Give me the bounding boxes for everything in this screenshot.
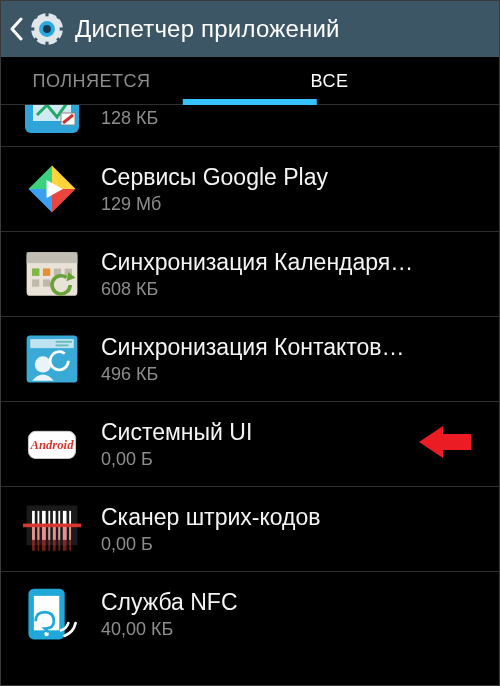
app-text: Сервисы Google Play 129 Мб xyxy=(101,163,485,215)
app-list[interactable]: 128 КБ Сервисы Google Play 129 Мб xyxy=(1,105,499,685)
play-services-icon xyxy=(23,160,81,218)
svg-rect-3 xyxy=(28,27,34,30)
svg-rect-57 xyxy=(69,527,71,551)
tabs: ПОЛНЯЕТСЯ ВСЕ xyxy=(1,57,499,105)
svg-rect-32 xyxy=(30,339,74,348)
app-icon xyxy=(21,243,83,305)
app-text: Служба NFC 40,00 КБ xyxy=(101,588,485,640)
app-size: 496 КБ xyxy=(101,363,485,385)
app-size: 608 КБ xyxy=(101,278,485,300)
app-text: Синхронизация Контактов… 496 КБ xyxy=(101,333,485,385)
svg-rect-56 xyxy=(63,527,67,551)
page-title: Диспетчер приложений xyxy=(75,15,340,43)
list-item[interactable]: Сканер штрих-кодов 0,00 Б xyxy=(1,487,499,572)
app-icon xyxy=(21,583,83,645)
app-size: 0,00 Б xyxy=(101,533,485,555)
svg-rect-27 xyxy=(43,279,50,286)
svg-rect-1 xyxy=(45,10,48,16)
svg-point-35 xyxy=(35,356,51,372)
svg-rect-51 xyxy=(38,527,40,551)
list-item[interactable]: Сервисы Google Play 129 Мб xyxy=(1,147,499,232)
svg-rect-4 xyxy=(60,27,66,30)
contacts-sync-icon xyxy=(23,330,81,388)
arrow-left-icon xyxy=(419,422,471,462)
list-item[interactable]: 128 КБ xyxy=(1,105,499,147)
svg-rect-28 xyxy=(32,269,39,276)
app-icon: Android xyxy=(21,413,83,475)
svg-rect-50 xyxy=(32,527,35,551)
app-manager-screen: Диспетчер приложений ПОЛНЯЕТСЯ ВСЕ xyxy=(0,0,500,686)
app-icon xyxy=(21,328,83,390)
android-icon: Android xyxy=(23,415,81,473)
app-text: Сканер штрих-кодов 0,00 Б xyxy=(101,503,485,555)
calendar-sync-icon xyxy=(23,245,81,303)
svg-rect-2 xyxy=(45,42,48,48)
svg-rect-26 xyxy=(32,279,39,286)
svg-rect-53 xyxy=(48,527,50,551)
back-button[interactable] xyxy=(7,1,25,57)
svg-point-11 xyxy=(43,25,51,33)
tab-all-label: ВСЕ xyxy=(311,71,349,92)
app-name: Сканер штрих-кодов xyxy=(101,503,485,531)
widget-icon xyxy=(25,105,79,133)
barcode-icon xyxy=(23,500,81,558)
chevron-left-icon xyxy=(9,17,23,41)
app-size: 128 КБ xyxy=(101,107,158,129)
svg-rect-48 xyxy=(23,524,81,528)
svg-rect-29 xyxy=(43,269,50,276)
app-icon xyxy=(21,105,83,131)
tab-all[interactable]: ВСЕ xyxy=(250,57,499,105)
annotation-arrow xyxy=(419,422,471,466)
list-item[interactable]: Синхронизация Календаря… 608 КБ xyxy=(1,232,499,317)
tab-running-label: ПОЛНЯЕТСЯ xyxy=(32,71,150,92)
tab-running[interactable]: ПОЛНЯЕТСЯ xyxy=(1,57,250,105)
app-icon xyxy=(21,158,83,220)
svg-rect-33 xyxy=(56,341,72,343)
list-item[interactable]: Служба NFC 40,00 КБ xyxy=(1,572,499,656)
app-text: 128 КБ xyxy=(101,105,485,137)
app-icon xyxy=(21,498,83,560)
app-size: 40,00 КБ xyxy=(101,618,485,640)
svg-text:Android: Android xyxy=(30,438,75,452)
app-name: Сервисы Google Play xyxy=(101,163,485,191)
app-name: Синхронизация Контактов… xyxy=(101,333,485,361)
app-name: Служба NFC xyxy=(101,588,485,616)
list-item[interactable]: Синхронизация Контактов… 496 КБ xyxy=(1,317,499,402)
titlebar: Диспетчер приложений xyxy=(1,1,499,57)
gear-icon xyxy=(28,10,66,48)
list-item[interactable]: Android Системный UI 0,00 Б xyxy=(1,402,499,487)
svg-rect-52 xyxy=(42,527,46,551)
app-size: 129 Мб xyxy=(101,193,485,215)
svg-rect-21 xyxy=(27,252,78,263)
nfc-icon xyxy=(23,585,81,643)
svg-marker-38 xyxy=(419,426,471,458)
app-text: Синхронизация Календаря… 608 КБ xyxy=(101,248,485,300)
svg-rect-54 xyxy=(53,527,56,551)
svg-rect-34 xyxy=(56,345,69,347)
app-name: Синхронизация Календаря… xyxy=(101,248,485,276)
svg-rect-55 xyxy=(58,527,60,551)
settings-icon xyxy=(27,9,67,49)
